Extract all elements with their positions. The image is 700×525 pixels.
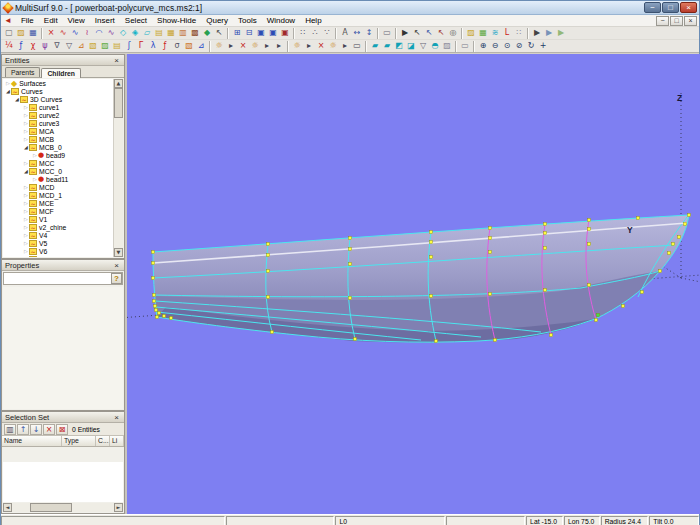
tri-blue-icon[interactable]: ⊿: [195, 40, 207, 52]
tri-right-icon[interactable]: ⊿: [75, 40, 87, 52]
vis-one-icon[interactable]: ☼: [327, 40, 339, 52]
menu-show-hide[interactable]: Show-Hide: [152, 15, 201, 26]
scroll-left-icon[interactable]: ◄: [3, 503, 12, 512]
entity-c-icon[interactable]: ▤: [111, 40, 123, 52]
mdi-close-button[interactable]: ×: [684, 16, 697, 26]
control-point[interactable]: [170, 317, 173, 320]
tree-item-mcc[interactable]: ▷~MCC: [3, 159, 113, 167]
scroll-down-icon[interactable]: ▼: [114, 248, 123, 257]
contours-u-icon[interactable]: ▤: [153, 27, 165, 39]
show-all-icon[interactable]: ☼: [213, 40, 225, 52]
show-next-icon[interactable]: ▸: [225, 40, 237, 52]
point-icon[interactable]: ∿: [57, 27, 69, 39]
tree-item-mca[interactable]: ▷~MCA: [3, 127, 113, 135]
column-header-name[interactable]: Name: [2, 436, 62, 446]
control-point[interactable]: [267, 254, 270, 257]
selection-hscrollbar[interactable]: ◄ ►: [3, 503, 123, 512]
control-point[interactable]: [267, 296, 270, 299]
vis-next-icon[interactable]: ▸: [303, 40, 315, 52]
vis-frame-icon[interactable]: ▭: [351, 40, 363, 52]
hide-icon[interactable]: ×: [237, 40, 249, 52]
help-icon[interactable]: ?: [111, 273, 122, 284]
control-point[interactable]: [267, 243, 270, 246]
zoom-in-icon[interactable]: ⊕: [477, 40, 489, 52]
render-e-icon[interactable]: ▽: [417, 40, 429, 52]
open-icon[interactable]: ▨: [15, 27, 27, 39]
grid-points-icon[interactable]: ∴: [309, 27, 321, 39]
control-point[interactable]: [588, 284, 591, 287]
control-point[interactable]: [155, 309, 158, 312]
new-icon[interactable]: ▢: [3, 27, 15, 39]
menu-file[interactable]: File: [16, 15, 39, 26]
rotate-view-icon[interactable]: ↻: [525, 40, 537, 52]
control-point[interactable]: [544, 232, 547, 235]
pointer-icon[interactable]: ↖: [213, 27, 225, 39]
tree-item-v7[interactable]: ▷~V7: [3, 255, 113, 257]
control-point[interactable]: [152, 251, 155, 254]
pick-add-icon[interactable]: ↖: [423, 27, 435, 39]
control-point[interactable]: [430, 256, 433, 259]
control-point[interactable]: [597, 314, 600, 317]
render-a-icon[interactable]: ▰: [369, 40, 381, 52]
annotate-icon[interactable]: A: [339, 27, 351, 39]
vis-prev-icon[interactable]: ▸: [339, 40, 351, 52]
tree-item-v5[interactable]: ▷~V5: [3, 239, 113, 247]
tree-item-mce[interactable]: ▷~MCE: [3, 199, 113, 207]
contours-w-icon[interactable]: ▥: [177, 27, 189, 39]
select-mode-icon[interactable]: ▶: [399, 27, 411, 39]
tree-item-curve2[interactable]: ▷~curve2: [3, 111, 113, 119]
formula-b-icon[interactable]: χ: [27, 40, 39, 52]
tree-item-mcd_1[interactable]: ▷~MCD_1: [3, 191, 113, 199]
control-point[interactable]: [430, 295, 433, 298]
menu-tools[interactable]: Tools: [233, 15, 262, 26]
pick-icon[interactable]: ↖: [411, 27, 423, 39]
surface-icon[interactable]: ◇: [117, 27, 129, 39]
selection-table-body[interactable]: [3, 462, 123, 502]
menu-window[interactable]: Window: [262, 15, 300, 26]
tree-item-v4[interactable]: ▷~V4: [3, 231, 113, 239]
control-point[interactable]: [430, 241, 433, 244]
close-button[interactable]: ×: [680, 2, 697, 13]
control-point[interactable]: [489, 237, 492, 240]
viewport-3d[interactable]: Z Y X: [127, 54, 700, 514]
drag-xy-icon[interactable]: ▶: [543, 27, 555, 39]
control-point[interactable]: [152, 277, 155, 280]
measure-h-icon[interactable]: ↔: [351, 27, 363, 39]
drag-z-icon[interactable]: ▶: [555, 27, 567, 39]
control-point[interactable]: [622, 305, 625, 308]
tree-item-bead11[interactable]: ▷●bead11: [3, 175, 113, 183]
locate-icon[interactable]: ◎: [447, 27, 459, 39]
control-point[interactable]: [156, 316, 159, 319]
tree-item-v2_chine[interactable]: ▷~v2_chine: [3, 223, 113, 231]
column-header-c[interactable]: C...: [96, 436, 110, 446]
formula-c-icon[interactable]: ψ: [39, 40, 51, 52]
pick-remove-icon[interactable]: ↖: [435, 27, 447, 39]
control-point[interactable]: [595, 319, 598, 322]
gamma-icon[interactable]: Γ: [135, 40, 147, 52]
show-waterlines-icon[interactable]: ≋: [489, 27, 501, 39]
mesh-icon[interactable]: ▩: [189, 27, 201, 39]
tree-item-surfaces[interactable]: ▷◆Surfaces: [3, 79, 113, 87]
grid-snap-icon[interactable]: ∷: [297, 27, 309, 39]
delete-icon[interactable]: ×: [45, 27, 57, 39]
control-point[interactable]: [152, 262, 155, 265]
show-last-icon[interactable]: ▸: [273, 40, 285, 52]
tree-item-bead9[interactable]: ▷●bead9: [3, 151, 113, 159]
tree-item-3d curves[interactable]: ◢~3D Curves: [3, 95, 113, 103]
control-point[interactable]: [637, 217, 640, 220]
tree-item-mcd[interactable]: ▷~MCD: [3, 183, 113, 191]
control-point[interactable]: [349, 263, 352, 266]
scroll-right-icon[interactable]: ►: [114, 503, 123, 512]
control-point[interactable]: [489, 227, 492, 230]
show-surfaces-icon[interactable]: ▨: [465, 27, 477, 39]
control-point[interactable]: [544, 223, 547, 226]
columns-icon[interactable]: ▥: [4, 424, 16, 435]
menu-help[interactable]: Help: [300, 15, 326, 26]
view-persp-icon[interactable]: ▣: [267, 27, 279, 39]
control-point[interactable]: [354, 338, 357, 341]
show-prev-icon[interactable]: ▸: [261, 40, 273, 52]
entities-panel-header[interactable]: Entities ×: [2, 55, 124, 66]
tree-item-curves[interactable]: ◢~Curves: [3, 87, 113, 95]
minimize-button[interactable]: −: [644, 2, 661, 13]
scroll-up-icon[interactable]: ▲: [114, 79, 123, 88]
